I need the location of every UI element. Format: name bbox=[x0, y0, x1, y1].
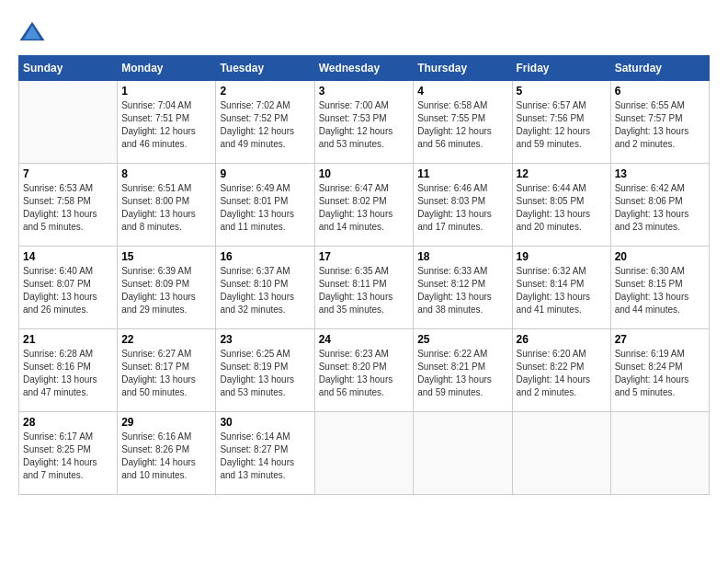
calendar-cell: 26Sunrise: 6:20 AMSunset: 8:22 PMDayligh… bbox=[512, 329, 610, 412]
day-number: 23 bbox=[220, 333, 310, 346]
day-number: 30 bbox=[220, 416, 310, 429]
day-info: Sunrise: 6:55 AMSunset: 7:57 PMDaylight:… bbox=[615, 99, 705, 151]
day-number: 29 bbox=[121, 416, 211, 429]
day-info: Sunrise: 6:47 AMSunset: 8:02 PMDaylight:… bbox=[319, 182, 410, 234]
day-info: Sunrise: 6:53 AMSunset: 7:58 PMDaylight:… bbox=[23, 182, 113, 234]
calendar-week-4: 28Sunrise: 6:17 AMSunset: 8:25 PMDayligh… bbox=[19, 412, 710, 495]
calendar-cell: 21Sunrise: 6:28 AMSunset: 8:16 PMDayligh… bbox=[19, 329, 118, 412]
calendar-week-0: 1Sunrise: 7:04 AMSunset: 7:51 PMDaylight… bbox=[19, 81, 710, 164]
day-info: Sunrise: 6:44 AMSunset: 8:05 PMDaylight:… bbox=[517, 182, 607, 234]
day-info: Sunrise: 6:37 AMSunset: 8:10 PMDaylight:… bbox=[220, 265, 310, 316]
day-number: 6 bbox=[615, 85, 705, 98]
calendar-week-3: 21Sunrise: 6:28 AMSunset: 8:16 PMDayligh… bbox=[19, 329, 710, 412]
header-monday: Monday bbox=[118, 56, 216, 81]
day-number: 1 bbox=[121, 85, 211, 98]
day-info: Sunrise: 6:42 AMSunset: 8:06 PMDaylight:… bbox=[615, 182, 705, 234]
header bbox=[18, 18, 710, 46]
day-number: 8 bbox=[121, 167, 211, 180]
day-number: 16 bbox=[220, 250, 310, 263]
day-number: 7 bbox=[23, 167, 113, 180]
header-tuesday: Tuesday bbox=[216, 56, 314, 81]
calendar-week-2: 14Sunrise: 6:40 AMSunset: 8:07 PMDayligh… bbox=[19, 247, 710, 329]
day-info: Sunrise: 6:40 AMSunset: 8:07 PMDaylight:… bbox=[23, 265, 113, 316]
day-info: Sunrise: 6:30 AMSunset: 8:15 PMDaylight:… bbox=[615, 265, 705, 316]
calendar-cell: 5Sunrise: 6:57 AMSunset: 7:56 PMDaylight… bbox=[512, 81, 610, 164]
day-number: 12 bbox=[517, 167, 607, 180]
day-number: 26 bbox=[517, 333, 607, 346]
calendar-cell: 12Sunrise: 6:44 AMSunset: 8:05 PMDayligh… bbox=[512, 164, 610, 247]
day-number: 5 bbox=[517, 85, 607, 98]
calendar-cell: 7Sunrise: 6:53 AMSunset: 7:58 PMDaylight… bbox=[19, 164, 118, 247]
calendar-cell: 2Sunrise: 7:02 AMSunset: 7:52 PMDaylight… bbox=[216, 81, 314, 164]
day-number: 3 bbox=[319, 85, 410, 98]
day-number: 11 bbox=[417, 167, 507, 180]
day-number: 4 bbox=[417, 85, 507, 98]
calendar-cell bbox=[512, 412, 610, 495]
calendar-cell: 24Sunrise: 6:23 AMSunset: 8:20 PMDayligh… bbox=[314, 329, 414, 412]
day-info: Sunrise: 7:04 AMSunset: 7:51 PMDaylight:… bbox=[121, 99, 211, 151]
header-wednesday: Wednesday bbox=[314, 56, 414, 81]
day-info: Sunrise: 6:27 AMSunset: 8:17 PMDaylight:… bbox=[121, 348, 211, 399]
calendar-cell: 9Sunrise: 6:49 AMSunset: 8:01 PMDaylight… bbox=[216, 164, 314, 247]
calendar-cell: 20Sunrise: 6:30 AMSunset: 8:15 PMDayligh… bbox=[610, 247, 709, 329]
calendar: SundayMondayTuesdayWednesdayThursdayFrid… bbox=[18, 55, 710, 495]
calendar-cell: 14Sunrise: 6:40 AMSunset: 8:07 PMDayligh… bbox=[19, 247, 118, 329]
calendar-cell: 15Sunrise: 6:39 AMSunset: 8:09 PMDayligh… bbox=[118, 247, 216, 329]
calendar-cell bbox=[414, 412, 512, 495]
day-info: Sunrise: 6:33 AMSunset: 8:12 PMDaylight:… bbox=[417, 265, 507, 316]
day-number: 25 bbox=[417, 333, 507, 346]
day-info: Sunrise: 7:02 AMSunset: 7:52 PMDaylight:… bbox=[220, 99, 310, 151]
calendar-cell: 22Sunrise: 6:27 AMSunset: 8:17 PMDayligh… bbox=[118, 329, 216, 412]
day-info: Sunrise: 6:19 AMSunset: 8:24 PMDaylight:… bbox=[615, 348, 705, 399]
calendar-cell bbox=[314, 412, 414, 495]
calendar-cell: 19Sunrise: 6:32 AMSunset: 8:14 PMDayligh… bbox=[512, 247, 610, 329]
day-info: Sunrise: 6:22 AMSunset: 8:21 PMDaylight:… bbox=[417, 348, 507, 399]
calendar-cell: 13Sunrise: 6:42 AMSunset: 8:06 PMDayligh… bbox=[610, 164, 709, 247]
calendar-cell: 3Sunrise: 7:00 AMSunset: 7:53 PMDaylight… bbox=[314, 81, 414, 164]
day-number: 15 bbox=[121, 250, 211, 263]
day-info: Sunrise: 6:16 AMSunset: 8:26 PMDaylight:… bbox=[121, 431, 211, 482]
logo-icon bbox=[18, 18, 46, 46]
day-number: 17 bbox=[319, 250, 410, 263]
day-number: 10 bbox=[319, 167, 410, 180]
day-number: 28 bbox=[23, 416, 113, 429]
calendar-header-row: SundayMondayTuesdayWednesdayThursdayFrid… bbox=[19, 56, 710, 81]
day-info: Sunrise: 7:00 AMSunset: 7:53 PMDaylight:… bbox=[319, 99, 410, 151]
calendar-cell: 27Sunrise: 6:19 AMSunset: 8:24 PMDayligh… bbox=[610, 329, 709, 412]
day-number: 21 bbox=[23, 333, 113, 346]
calendar-cell: 1Sunrise: 7:04 AMSunset: 7:51 PMDaylight… bbox=[118, 81, 216, 164]
day-info: Sunrise: 6:23 AMSunset: 8:20 PMDaylight:… bbox=[319, 348, 410, 399]
day-number: 20 bbox=[615, 250, 705, 263]
header-thursday: Thursday bbox=[414, 56, 512, 81]
calendar-cell: 29Sunrise: 6:16 AMSunset: 8:26 PMDayligh… bbox=[118, 412, 216, 495]
day-info: Sunrise: 6:39 AMSunset: 8:09 PMDaylight:… bbox=[121, 265, 211, 316]
day-number: 13 bbox=[615, 167, 705, 180]
day-info: Sunrise: 6:14 AMSunset: 8:27 PMDaylight:… bbox=[220, 431, 310, 482]
logo bbox=[18, 18, 50, 46]
day-info: Sunrise: 6:28 AMSunset: 8:16 PMDaylight:… bbox=[23, 348, 113, 399]
calendar-cell: 30Sunrise: 6:14 AMSunset: 8:27 PMDayligh… bbox=[216, 412, 314, 495]
calendar-cell: 16Sunrise: 6:37 AMSunset: 8:10 PMDayligh… bbox=[216, 247, 314, 329]
calendar-cell bbox=[19, 81, 118, 164]
day-info: Sunrise: 6:58 AMSunset: 7:55 PMDaylight:… bbox=[417, 99, 507, 151]
day-number: 22 bbox=[121, 333, 211, 346]
calendar-week-1: 7Sunrise: 6:53 AMSunset: 7:58 PMDaylight… bbox=[19, 164, 710, 247]
calendar-cell: 4Sunrise: 6:58 AMSunset: 7:55 PMDaylight… bbox=[414, 81, 512, 164]
day-number: 27 bbox=[615, 333, 705, 346]
calendar-cell: 17Sunrise: 6:35 AMSunset: 8:11 PMDayligh… bbox=[314, 247, 414, 329]
calendar-cell: 6Sunrise: 6:55 AMSunset: 7:57 PMDaylight… bbox=[610, 81, 709, 164]
header-friday: Friday bbox=[512, 56, 610, 81]
calendar-cell: 18Sunrise: 6:33 AMSunset: 8:12 PMDayligh… bbox=[414, 247, 512, 329]
day-number: 14 bbox=[23, 250, 113, 263]
day-info: Sunrise: 6:57 AMSunset: 7:56 PMDaylight:… bbox=[517, 99, 607, 151]
day-info: Sunrise: 6:51 AMSunset: 8:00 PMDaylight:… bbox=[121, 182, 211, 234]
day-number: 9 bbox=[220, 167, 310, 180]
calendar-cell: 23Sunrise: 6:25 AMSunset: 8:19 PMDayligh… bbox=[216, 329, 314, 412]
calendar-cell: 10Sunrise: 6:47 AMSunset: 8:02 PMDayligh… bbox=[314, 164, 414, 247]
day-info: Sunrise: 6:20 AMSunset: 8:22 PMDaylight:… bbox=[517, 348, 607, 399]
day-number: 18 bbox=[417, 250, 507, 263]
day-number: 19 bbox=[517, 250, 607, 263]
day-info: Sunrise: 6:32 AMSunset: 8:14 PMDaylight:… bbox=[517, 265, 607, 316]
day-number: 2 bbox=[220, 85, 310, 98]
header-sunday: Sunday bbox=[19, 56, 118, 81]
